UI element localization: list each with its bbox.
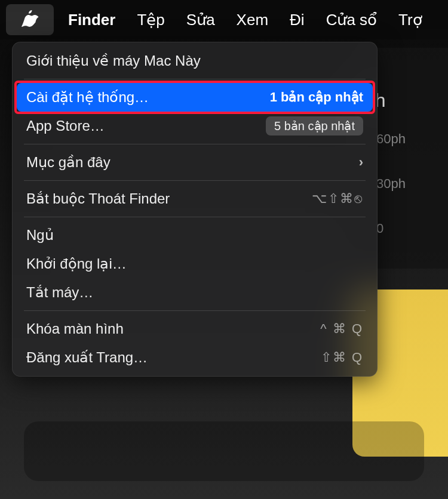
keyboard-shortcut: ⌥⇧⌘⎋ <box>312 191 363 207</box>
menu-sleep[interactable]: Ngủ <box>17 221 373 250</box>
menu-about-mac[interactable]: Giới thiệu về máy Mac Này <box>17 47 373 75</box>
menu-label: Tắt máy… <box>26 284 93 301</box>
update-badge: 5 bản cập nhật <box>266 116 363 135</box>
menubar-app-name[interactable]: Finder <box>57 0 126 39</box>
menu-force-quit[interactable]: Bắt buộc Thoát Finder ⌥⇧⌘⎋ <box>17 184 373 213</box>
widget-stat: 30ph <box>376 176 406 192</box>
menu-recent-items[interactable]: Mục gần đây › <box>17 148 373 177</box>
menu-shutdown[interactable]: Tắt máy… <box>17 278 373 307</box>
menu-label: Bắt buộc Thoát Finder <box>26 190 170 207</box>
chevron-right-icon: › <box>359 155 363 170</box>
menu-label: Khóa màn hình <box>26 321 124 337</box>
menu-system-settings[interactable]: Cài đặt hệ thống… 1 bản cập nhật <box>17 83 373 112</box>
apple-icon <box>21 10 39 30</box>
menu-label: Cài đặt hệ thống… <box>26 89 149 106</box>
menubar-file[interactable]: Tệp <box>126 0 175 39</box>
update-badge: 1 bản cập nhật <box>270 90 363 105</box>
apple-menu-button[interactable] <box>6 4 54 35</box>
menubar-help[interactable]: Trợ <box>388 0 433 39</box>
menu-lock-screen[interactable]: Khóa màn hình ^ ⌘ Q <box>17 315 373 343</box>
menubar-go[interactable]: Đi <box>279 0 315 39</box>
menu-label: Ngủ <box>26 227 54 244</box>
menu-app-store[interactable]: App Store… 5 bản cập nhật <box>17 112 373 140</box>
menu-label: App Store… <box>26 118 105 134</box>
dock-background <box>24 421 424 481</box>
widget-stat: 60ph <box>376 131 406 147</box>
menu-logout[interactable]: Đăng xuất Trang… ⇧⌘ Q <box>17 343 373 372</box>
menu-label: Đăng xuất Trang… <box>26 349 148 366</box>
menu-separator <box>24 310 366 311</box>
menu-separator <box>24 79 366 79</box>
menu-label: Mục gần đây <box>26 154 111 171</box>
menubar: Finder Tệp Sửa Xem Đi Cửa sổ Trợ <box>0 0 448 39</box>
menubar-edit[interactable]: Sửa <box>176 0 226 39</box>
menubar-view[interactable]: Xem <box>226 0 279 39</box>
menu-separator <box>24 180 366 181</box>
menubar-window[interactable]: Cửa sổ <box>315 0 388 39</box>
menu-label: Khởi động lại… <box>26 255 127 272</box>
apple-menu-dropdown: Giới thiệu về máy Mac Này Cài đặt hệ thố… <box>12 42 378 377</box>
keyboard-shortcut: ^ ⌘ Q <box>320 321 363 337</box>
menu-restart[interactable]: Khởi động lại… <box>17 250 373 278</box>
keyboard-shortcut: ⇧⌘ Q <box>321 350 363 365</box>
menu-separator <box>24 217 366 217</box>
menu-label: Giới thiệu về máy Mac Này <box>26 53 201 69</box>
menu-separator <box>24 144 366 144</box>
